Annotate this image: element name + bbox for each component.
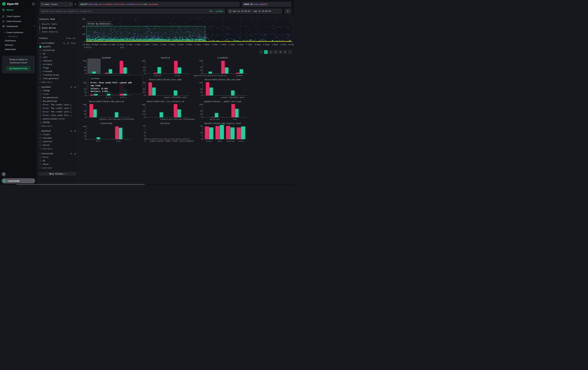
magnifier-icon[interactable] — [70, 130, 72, 132]
checkbox[interactable] — [39, 70, 41, 72]
checkbox[interactable] — [39, 107, 41, 110]
checkbox[interactable] — [39, 104, 41, 106]
outlier-bar[interactable] — [90, 95, 94, 95]
chart-plot[interactable]: 02550100 — [86, 60, 131, 74]
outlier-bar[interactable] — [115, 126, 119, 139]
filter-option-error-the-credit-card-[interactable]: Error: The credit card (… — [39, 111, 76, 113]
filter-group-header-spanname[interactable]: SpanName — [39, 86, 76, 88]
checkbox[interactable] — [39, 53, 41, 55]
data-source-select[interactable]: Demo Traces — [40, 2, 73, 7]
filter-option-flagd[interactable]: flagd — [39, 67, 76, 69]
filter-group-header-spankind[interactable]: SpanKind — [39, 130, 76, 132]
pin-icon[interactable] — [74, 153, 76, 155]
checkbox[interactable] — [39, 133, 41, 136]
horizontal-scrollbar[interactable] — [0, 184, 294, 185]
inlier-bar[interactable] — [231, 127, 235, 139]
inlier-bar[interactable] — [174, 90, 177, 95]
sidebar-item-client-sessions[interactable]: Client Sessions — [0, 19, 37, 24]
inlier-bar[interactable] — [92, 72, 96, 73]
filter-option-payment[interactable]: payment — [39, 46, 76, 48]
outlier-bar[interactable] — [174, 61, 178, 73]
filter-option-checkout[interactable]: checkout — [39, 60, 76, 62]
outlier-bar[interactable] — [148, 82, 152, 95]
outlier-bar[interactable] — [206, 82, 209, 96]
heatmap-selection[interactable] — [86, 26, 205, 40]
get-started-button[interactable]: Get Started for Free — [6, 66, 31, 71]
checkbox[interactable] — [39, 63, 41, 65]
inlier-bar[interactable] — [158, 67, 161, 73]
sidebar-collapse-icon[interactable] — [32, 3, 35, 5]
outlier-bar[interactable] — [221, 61, 225, 73]
outlier-bar[interactable] — [237, 127, 241, 139]
inlier-bar[interactable] — [123, 67, 127, 73]
search-input[interactable]: Search your events w/ Lucene ex. column:… — [40, 9, 225, 14]
scrollbar-thumb[interactable] — [16, 184, 145, 185]
filter-option-cart[interactable]: cart — [39, 56, 76, 58]
outlier-bar[interactable] — [105, 73, 108, 73]
filter-option-documentfetch[interactable]: documentFetch — [39, 97, 76, 99]
inlier-bar[interactable] — [235, 109, 239, 117]
inlier-bar[interactable] — [159, 112, 163, 117]
local-mode-menu[interactable]: U Local mode — [2, 178, 35, 183]
filter-option-load-generator[interactable]: load-generator — [39, 77, 76, 80]
outlier-bar[interactable] — [120, 61, 123, 73]
filter-option-documentload[interactable]: documentLoad — [39, 100, 76, 102]
inlier-bar[interactable] — [240, 69, 243, 74]
checkbox[interactable] — [39, 137, 41, 139]
checkbox[interactable] — [39, 163, 41, 165]
inlier-bar[interactable] — [109, 69, 112, 74]
pagination-page-5[interactable]: 5 — [283, 50, 287, 54]
sidebar-item-dashboards[interactable]: Dashboards — [0, 24, 37, 29]
filter-option-expire[interactable]: EXPIRE — [39, 121, 76, 124]
filter-by-selection-button[interactable]: Filter by Selection — [86, 21, 111, 26]
filter-option-change[interactable]: change — [39, 90, 76, 92]
filter-option-frontend-proxy[interactable]: frontend-proxy — [39, 74, 76, 76]
inlier-bar[interactable] — [225, 67, 229, 73]
filter-group-header-servicename[interactable]: ServiceNameClear — [39, 42, 76, 44]
checkbox[interactable] — [39, 93, 41, 95]
source-settings-gear-icon[interactable] — [74, 3, 77, 5]
filter-option-error[interactable]: Error — [39, 156, 76, 158]
checkbox[interactable] — [39, 67, 41, 69]
checkbox[interactable] — [39, 140, 41, 143]
analysis-mode-event-deltas[interactable]: Event Deltas — [40, 26, 76, 30]
magnifier-icon[interactable] — [70, 86, 72, 88]
inlier-bar[interactable] — [115, 112, 118, 117]
select-query-input[interactable]: SELECT Timestamp, ServiceName, StatusCod… — [79, 2, 239, 7]
query-language-toggle[interactable]: SQL|Lucene — [209, 10, 223, 12]
chart-plot[interactable]: 025501005e02b5fb-13ae-4296-bbbc-111f423c… — [86, 103, 131, 117]
help-button[interactable]: ? — [2, 172, 6, 176]
pagination-page-2[interactable]: 2 — [269, 50, 273, 54]
load-more-link[interactable]: Load more — [39, 148, 76, 150]
filter-clear-button[interactable]: Clear — [70, 42, 76, 44]
pagination-prev[interactable]: ‹ — [259, 50, 263, 54]
sidebar-item-search[interactable]: Search — [0, 7, 37, 12]
filter-option-accounting[interactable]: accounting — [39, 49, 76, 51]
checkbox[interactable] — [39, 156, 41, 158]
filter-option-consumer[interactable]: Consumer — [39, 137, 76, 139]
pagination-page-3[interactable]: 3 — [274, 50, 277, 54]
checkbox[interactable] — [39, 78, 41, 80]
show-more-link[interactable]: Show more — [39, 81, 76, 83]
chart-plot[interactable]: 071428bronzegoldplatinumsilver — [202, 125, 247, 139]
inlier-bar[interactable] — [178, 67, 181, 73]
analysis-mode-event-patterns[interactable]: Event Patterns — [40, 30, 76, 34]
chart-plot[interactable]: 02550100InternalServer — [145, 60, 189, 74]
inlier-bar[interactable] — [119, 128, 122, 139]
checkbox[interactable] — [39, 114, 41, 117]
presets-toggle[interactable]: PRESETS — [0, 35, 37, 39]
filter-option-internal[interactable]: Internal — [39, 140, 76, 143]
filter-option-ad[interactable]: ad — [39, 53, 76, 55]
filter-option-click[interactable]: click — [39, 93, 76, 95]
filter-option-server[interactable]: Server — [39, 144, 76, 146]
pagination-page-4[interactable]: 4 — [279, 50, 282, 54]
time-range-input[interactable]: Sep 14 22:04:35 - Sep 15 10:04:35 — [227, 9, 282, 14]
create-dashboard-button[interactable]: +Create Dashboard — [0, 30, 37, 35]
chart-plot[interactable]: 02550100@hyperdx/instrumentation-excepti… — [202, 60, 247, 74]
checkbox[interactable] — [39, 111, 41, 113]
checkbox[interactable] — [39, 121, 41, 124]
chart-plot[interactable]: 02550100payment-7985c8969c-mwmw7 — [202, 81, 247, 96]
checkbox[interactable] — [39, 60, 41, 62]
filter-option-error-visa-cache-full-[interactable]: Error: Visa cache full: … — [39, 114, 76, 117]
checkbox[interactable] — [39, 144, 41, 146]
